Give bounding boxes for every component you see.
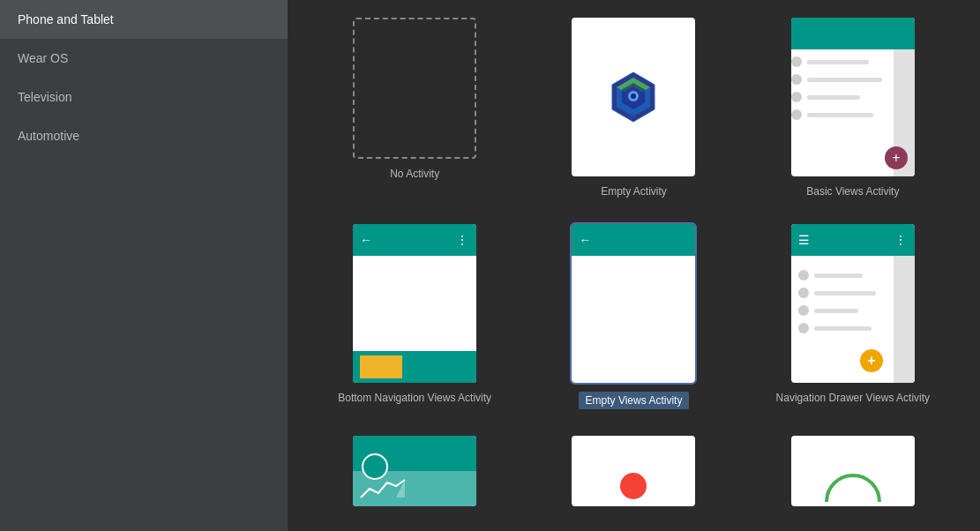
plus-icon: + [867, 353, 875, 369]
sidebar: Phone and Tablet Wear OS Television Auto… [0, 0, 288, 531]
list-row-4 [798, 323, 886, 333]
list-bar [807, 78, 882, 82]
android-studio-icon [607, 71, 660, 123]
sidebar-item-automotive[interactable]: Automotive [0, 116, 288, 155]
dot-icon [791, 74, 802, 85]
chart-icon [356, 475, 409, 502]
arc-icon [818, 462, 888, 506]
dot-icon [791, 56, 802, 67]
list-bar [814, 273, 863, 278]
dot-icon [798, 288, 809, 298]
no-activity-card[interactable] [353, 18, 476, 159]
sidebar-item-label: Television [18, 90, 71, 104]
menu-dots-icon: ⋮ [456, 233, 469, 247]
activity-item-6[interactable] [752, 436, 954, 506]
card-body-empty [572, 256, 695, 383]
svg-point-7 [631, 93, 636, 99]
partial-card-6[interactable] [791, 436, 915, 506]
fab-button[interactable]: + [885, 146, 908, 169]
basic-views-card[interactable]: + [791, 18, 915, 176]
menu-dots-icon: ⋮ [894, 233, 908, 247]
yellow-tab [360, 355, 402, 378]
activity-label-empty-activity: Empty Activity [601, 185, 667, 198]
back-arrow-icon: ☰ [798, 233, 810, 247]
main-content: No Activity Empty Activity [288, 0, 980, 531]
activity-label-basic-views: Basic Views Activity [806, 185, 899, 198]
list-row-2 [798, 288, 886, 298]
list-bar [814, 326, 872, 331]
dot-icon [798, 323, 809, 333]
dot-icon [791, 109, 802, 120]
card-body-6 [791, 436, 915, 506]
sidebar-item-label: Wear OS [18, 51, 68, 65]
list-row-1 [798, 270, 886, 280]
activity-item-bottom-nav[interactable]: ← ⋮ Bottom Navigation Views Activity [314, 224, 515, 404]
list-bar [807, 113, 873, 117]
back-arrow-icon: ← [360, 233, 372, 247]
activity-item-empty-views[interactable]: ← Empty Views Activity [533, 224, 734, 409]
bottom-nav-header: ← ⋮ [353, 224, 476, 256]
empty-views-header: ← [572, 224, 695, 256]
sidebar-item-label: Automotive [18, 129, 79, 143]
list-bar [807, 95, 860, 100]
nav-drawer-header: ☰ ⋮ [791, 224, 915, 256]
partial-card-5[interactable] [572, 436, 695, 506]
dot-icon [798, 270, 809, 280]
bottom-nav-card[interactable]: ← ⋮ [353, 224, 476, 383]
activity-item-nav-drawer[interactable]: ☰ ⋮ [752, 224, 954, 404]
list-bar [814, 291, 876, 295]
activity-item-4[interactable] [314, 436, 515, 506]
list-bar [814, 309, 858, 313]
activity-item-5[interactable] [533, 436, 734, 506]
activity-label-empty-views: Empty Views Activity [579, 392, 690, 409]
dot-icon [791, 92, 802, 102]
activity-item-empty-activity[interactable]: Empty Activity [533, 18, 734, 198]
nav-drawer-body [791, 256, 915, 383]
red-circle-5 [620, 473, 647, 499]
card-body [353, 256, 476, 351]
activity-item-no-activity[interactable]: No Activity [314, 18, 515, 180]
activity-label-no-activity: No Activity [390, 168, 439, 180]
activity-grid: No Activity Empty Activity [314, 18, 954, 506]
empty-activity-card[interactable] [572, 18, 695, 176]
back-arrow-icon: ← [579, 233, 591, 247]
dot-icon [798, 305, 809, 316]
sidebar-item-label: Phone and Tablet [18, 12, 114, 26]
fab-button[interactable]: + [860, 349, 883, 372]
activity-label-nav-drawer: Navigation Drawer Views Activity [776, 392, 931, 404]
empty-views-card[interactable]: ← [572, 224, 695, 383]
sidebar-item-phone-tablet[interactable]: Phone and Tablet [0, 0, 288, 39]
card-body-5 [572, 436, 695, 506]
plus-icon: + [892, 150, 900, 166]
partial-card-4[interactable] [353, 436, 476, 506]
activity-item-basic-views[interactable]: + Basic Views Activity [752, 18, 954, 198]
side-panel [894, 256, 915, 383]
basic-views-header [791, 18, 915, 49]
list-bar [807, 60, 869, 64]
card-header-4 [353, 436, 476, 471]
avatar-4 [362, 453, 388, 480]
nav-drawer-card[interactable]: ☰ ⋮ [791, 224, 915, 383]
bottom-nav-bar [353, 351, 476, 383]
sidebar-item-television[interactable]: Television [0, 78, 288, 116]
activity-label-bottom-nav: Bottom Navigation Views Activity [338, 392, 491, 404]
list-row-3 [798, 305, 886, 316]
sidebar-item-wear-os[interactable]: Wear OS [0, 39, 288, 78]
